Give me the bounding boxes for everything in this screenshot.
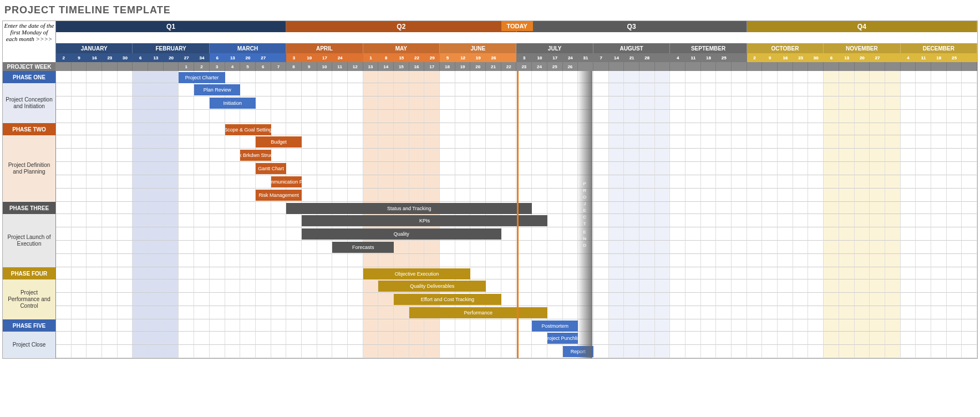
task-bar[interactable]: Budget (256, 136, 302, 148)
week-date: 17 (317, 53, 333, 62)
week-date: 19 (470, 53, 486, 62)
phase-description: Project Close (3, 332, 56, 358)
week-date: 23 (793, 53, 809, 62)
project-week-number: 23 (516, 62, 532, 71)
week-date: 29 (424, 53, 440, 62)
project-week-number (824, 62, 839, 71)
week-date (348, 53, 363, 62)
week-date: 30 (118, 53, 133, 62)
month-header: JANUARY (56, 43, 133, 53)
project-week-number (947, 62, 962, 71)
task-bar[interactable]: Project Punchlist (547, 333, 578, 344)
week-date: 14 (609, 53, 624, 62)
project-week-number: 2 (194, 62, 210, 71)
project-week-number (839, 62, 855, 71)
phase-header: PHASE TWO (3, 123, 56, 135)
month-header: FEBRUARY (133, 43, 209, 53)
project-week-number: 26 (563, 62, 578, 71)
phase-description: Project Conception and Initiation (3, 83, 56, 123)
week-date: 10 (532, 53, 547, 62)
week-date: 1 (363, 53, 379, 62)
project-week-number: 21 (486, 62, 501, 71)
side-note: Enter the date of the first Monday of ea… (3, 21, 56, 43)
project-week-number: 9 (302, 62, 317, 71)
task-bar[interactable]: Performance (409, 307, 547, 318)
week-date: 6 (824, 53, 839, 62)
week-date: 20 (240, 53, 256, 62)
task-bar[interactable]: Forecasts (332, 242, 394, 253)
task-bar[interactable]: Scope & Goal Setting (225, 124, 271, 135)
task-bar[interactable]: KPIs (302, 215, 547, 226)
project-week-number: 8 (286, 62, 302, 71)
week-date: 21 (624, 53, 639, 62)
project-week-number: 22 (501, 62, 517, 71)
side-blank-months (3, 43, 56, 53)
month-header: MAY (363, 43, 440, 53)
project-week-number: 6 (256, 62, 271, 71)
task-bar[interactable]: Quality (302, 228, 501, 240)
task-bar[interactable]: Gantt Chart (256, 163, 286, 174)
timeline-grid: Enter the date of the first Monday of ea… (2, 21, 978, 359)
week-date: 6 (210, 53, 225, 62)
phase-header: PHASE FIVE (3, 319, 56, 332)
project-week-number (655, 62, 671, 71)
project-week-number: 18 (440, 62, 455, 71)
month-header: MARCH (210, 43, 286, 53)
project-week-number (609, 62, 624, 71)
project-week-number (624, 62, 639, 71)
task-bar[interactable]: Project Charter (179, 72, 225, 83)
week-date (655, 53, 671, 62)
task-bar[interactable]: Postmortem (532, 321, 578, 332)
week-date: 31 (578, 53, 593, 62)
week-date: 10 (302, 53, 317, 62)
task-bar[interactable]: Risk Management (256, 190, 302, 201)
week-date: 22 (409, 53, 425, 62)
month-header: NOVEMBER (824, 43, 900, 53)
project-week-number: 4 (225, 62, 241, 71)
project-week-number: 20 (470, 62, 486, 71)
project-week-number (670, 62, 686, 71)
phase-header: PHASE ONE (3, 71, 56, 83)
week-date: 28 (639, 53, 655, 62)
week-date: 25 (716, 53, 732, 62)
project-week-number (962, 62, 977, 71)
project-week-number (701, 62, 717, 71)
project-week-number: 14 (378, 62, 394, 71)
project-week-number: 13 (363, 62, 379, 71)
project-week-number (716, 62, 732, 71)
project-week-number (870, 62, 885, 71)
month-header: AUGUST (593, 43, 670, 53)
project-week-number (778, 62, 793, 71)
task-bar[interactable]: Communication Plan (271, 176, 302, 187)
today-marker-label: TODAY (501, 21, 533, 31)
project-week-number (87, 62, 102, 71)
task-bar[interactable]: Quality Deliverables (378, 281, 486, 292)
week-date: 20 (855, 53, 870, 62)
week-date (732, 53, 747, 62)
project-week-number (639, 62, 655, 71)
week-date: 20 (164, 53, 179, 62)
task-bar[interactable]: Objective Execution (363, 268, 471, 279)
week-date: 8 (378, 53, 394, 62)
task-bar[interactable]: Initiation (210, 98, 256, 109)
task-bar[interactable]: Status and Tracking (286, 203, 532, 214)
task-bar[interactable]: Plan Review (194, 84, 240, 95)
project-week-number: 5 (240, 62, 256, 71)
week-date: 16 (778, 53, 793, 62)
month-header: SEPTEMBER (670, 43, 747, 53)
week-date: 5 (440, 53, 455, 62)
week-date: 30 (808, 53, 824, 62)
project-week-number (72, 62, 87, 71)
task-bar[interactable]: Work Brkdwn Structure (240, 150, 271, 161)
project-week-number: 10 (317, 62, 333, 71)
phase-header: PHASE FOUR (3, 267, 56, 279)
week-date (962, 53, 977, 62)
quarter-header: Q4 (747, 21, 977, 32)
task-bar[interactable]: Effort and Cost Tracking (394, 294, 501, 305)
week-date: 2 (747, 53, 763, 62)
project-week-number: 25 (547, 62, 563, 71)
week-date: 7 (593, 53, 609, 62)
week-date: 23 (102, 53, 118, 62)
project-week-number (931, 62, 947, 71)
week-date: 4 (901, 53, 916, 62)
